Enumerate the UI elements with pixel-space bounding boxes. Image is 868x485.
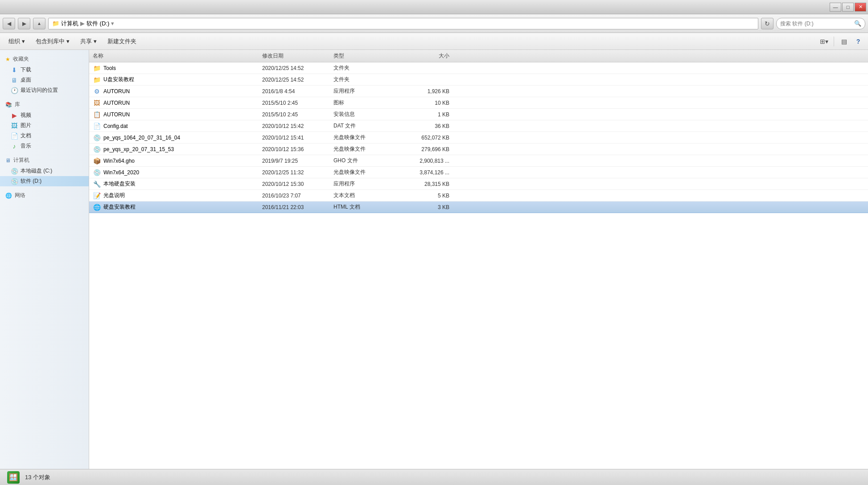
help-button[interactable]: ?: [852, 36, 864, 47]
file-type-cell: 光盘映像文件: [333, 145, 396, 153]
file-type-cell: 文本文档: [333, 192, 396, 199]
table-row[interactable]: 📄 Config.dat 2020/10/12 15:42 DAT 文件 36 …: [89, 120, 868, 132]
new-folder-button[interactable]: 新建文件夹: [103, 35, 141, 48]
sidebar-item-drive-d[interactable]: 💿 软件 (D:): [0, 176, 89, 186]
table-row[interactable]: 🔧 本地硬盘安装 2020/10/12 15:30 应用程序 28,315 KB: [89, 178, 868, 190]
file-name-cell: 💿 pe_yqs_1064_20_07_31_16_04: [93, 134, 262, 142]
file-date-cell: 2020/10/12 15:41: [262, 135, 333, 141]
share-button[interactable]: 共享 ▾: [75, 35, 102, 48]
include-library-arrow: ▾: [66, 38, 70, 45]
table-row[interactable]: 💿 Win7x64_2020 2020/12/25 11:32 光盘映像文件 3…: [89, 167, 868, 178]
col-header-type[interactable]: 类型: [333, 52, 396, 60]
file-type-icon: 🔧: [93, 180, 101, 188]
desktop-label: 桌面: [21, 76, 31, 84]
forward-button[interactable]: ▶: [18, 18, 30, 29]
minimize-button[interactable]: —: [830, 3, 841, 12]
libraries-section: 📚 库 ▶ 视频 🖼 图片 📄 文档 ♪ 音乐: [0, 99, 89, 151]
libraries-header[interactable]: 📚 库: [0, 99, 89, 110]
table-row[interactable]: 📝 光盘说明 2016/10/23 7:07 文本文档 5 KB: [89, 190, 868, 201]
table-row[interactable]: ⚙ AUTORUN 2016/1/8 4:54 应用程序 1,926 KB: [89, 86, 868, 97]
sidebar-item-images[interactable]: 🖼 图片: [0, 120, 89, 131]
filelist: 名称 修改日期 类型 大小 📁 Tools 2020/12/25 14:52 文…: [89, 50, 868, 469]
lib-icon: 📚: [5, 102, 12, 108]
libraries-label: 库: [15, 101, 20, 108]
sidebar-item-desktop[interactable]: 🖥 桌面: [0, 75, 89, 85]
new-folder-label: 新建文件夹: [107, 37, 136, 45]
col-header-name[interactable]: 名称: [93, 52, 262, 60]
statusbar: 🪟 13 个对象: [0, 469, 868, 485]
file-size-cell: 10 KB: [396, 100, 449, 106]
file-type-cell: 光盘映像文件: [333, 134, 396, 141]
sidebar-item-drive-c[interactable]: 💿 本地磁盘 (C:): [0, 166, 89, 176]
file-size-cell: 3 KB: [396, 204, 449, 210]
file-name-cell: 📄 Config.dat: [93, 122, 262, 130]
search-icon: 🔍: [854, 20, 861, 27]
maximize-button[interactable]: □: [842, 3, 854, 12]
sidebar-item-recent[interactable]: 🕐 最近访问的位置: [0, 85, 89, 95]
file-size-cell: 1,926 KB: [396, 88, 449, 95]
search-input[interactable]: [780, 21, 852, 27]
video-icon: ▶: [11, 112, 18, 119]
addressbar: ◀ ▶ ▲ 📁 计算机 ▶ 软件 (D:) ▾ ↻ 🔍: [0, 14, 868, 33]
file-type-cell: GHO 文件: [333, 157, 396, 164]
file-type-icon: 📁: [93, 76, 101, 84]
favorites-header[interactable]: ★ 收藏夹: [0, 53, 89, 65]
file-name-text: Config.dat: [103, 123, 128, 129]
share-arrow: ▾: [94, 38, 97, 45]
recent-label: 最近访问的位置: [21, 86, 58, 94]
file-rows-container: 📁 Tools 2020/12/25 14:52 文件夹 📁 U盘安装教程 20…: [89, 62, 868, 213]
address-path[interactable]: 📁 计算机 ▶ 软件 (D:) ▾: [48, 18, 758, 29]
include-library-button[interactable]: 包含到库中 ▾: [31, 35, 74, 48]
file-size-cell: 2,900,813 ...: [396, 158, 449, 164]
table-row[interactable]: 🌐 硬盘安装教程 2016/11/21 22:03 HTML 文档 3 KB: [89, 201, 868, 213]
network-header[interactable]: 🌐 网络: [0, 190, 89, 201]
file-name-text: AUTORUN: [103, 88, 130, 95]
sidebar-item-downloads[interactable]: ⬇ 下载: [0, 65, 89, 75]
logo-icon: 🪟: [9, 473, 18, 481]
computer-header[interactable]: 🖥 计算机: [0, 155, 89, 166]
file-type-cell: 图标: [333, 99, 396, 107]
table-row[interactable]: 📁 U盘安装教程 2020/12/25 14:52 文件夹: [89, 74, 868, 86]
file-name-cell: 📋 AUTORUN: [93, 111, 262, 119]
table-row[interactable]: 💿 pe_yqs_xp_20_07_31_15_53 2020/10/12 15…: [89, 144, 868, 155]
file-name-text: 本地硬盘安装: [103, 180, 136, 188]
music-icon: ♪: [11, 143, 18, 150]
col-header-size[interactable]: 大小: [396, 52, 449, 60]
table-row[interactable]: 🖼 AUTORUN 2015/5/10 2:45 图标 10 KB: [89, 97, 868, 109]
toolbar: 组织 ▾ 包含到库中 ▾ 共享 ▾ 新建文件夹 ⊞▾ ▤ ?: [0, 33, 868, 50]
preview-pane-button[interactable]: ▤: [838, 36, 850, 47]
file-type-icon: 📁: [93, 64, 101, 72]
file-type-icon: 💿: [93, 145, 101, 153]
close-button[interactable]: ✕: [855, 3, 866, 12]
refresh-button[interactable]: ↻: [761, 18, 773, 29]
organize-button[interactable]: 组织 ▾: [4, 35, 30, 48]
breadcrumb-drive[interactable]: 软件 (D:): [86, 20, 109, 28]
file-type-cell: 应用程序: [333, 87, 396, 95]
back-button[interactable]: ◀: [3, 18, 15, 29]
col-header-date[interactable]: 修改日期: [262, 52, 333, 60]
filelist-header: 名称 修改日期 类型 大小: [89, 50, 868, 62]
view-toggle-button[interactable]: ⊞▾: [818, 36, 830, 47]
status-count: 13 个对象: [25, 473, 50, 481]
images-label: 图片: [21, 122, 31, 129]
sidebar-item-video[interactable]: ▶ 视频: [0, 110, 89, 120]
sidebar-item-documents[interactable]: 📄 文档: [0, 131, 89, 141]
file-type-cell: HTML 文档: [333, 203, 396, 211]
file-name-text: pe_yqs_1064_20_07_31_16_04: [103, 135, 180, 141]
file-name-cell: 📁 U盘安装教程: [93, 76, 262, 84]
file-type-icon: 📝: [93, 192, 101, 200]
table-row[interactable]: 📁 Tools 2020/12/25 14:52 文件夹: [89, 62, 868, 74]
table-row[interactable]: 📦 Win7x64.gho 2019/9/7 19:25 GHO 文件 2,90…: [89, 155, 868, 167]
file-name-cell: 💿 Win7x64_2020: [93, 169, 262, 177]
sidebar-item-music[interactable]: ♪ 音乐: [0, 141, 89, 151]
up-button[interactable]: ▲: [33, 18, 45, 29]
breadcrumb-computer[interactable]: 计算机: [61, 20, 78, 28]
file-date-cell: 2020/12/25 11:32: [262, 169, 333, 176]
table-row[interactable]: 📋 AUTORUN 2015/5/10 2:45 安装信息 1 KB: [89, 109, 868, 120]
network-section: 🌐 网络: [0, 190, 89, 201]
file-name-cell: 🌐 硬盘安装教程: [93, 203, 262, 211]
file-type-cell: 文件夹: [333, 64, 396, 72]
table-row[interactable]: 💿 pe_yqs_1064_20_07_31_16_04 2020/10/12 …: [89, 132, 868, 144]
file-type-icon: 💿: [93, 134, 101, 142]
file-type-icon: 📦: [93, 157, 101, 165]
